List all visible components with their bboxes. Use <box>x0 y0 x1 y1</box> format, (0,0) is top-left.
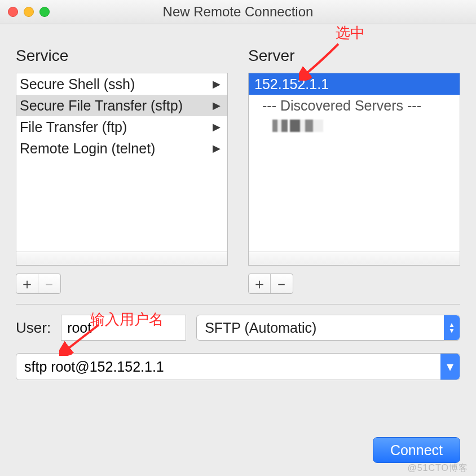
server-item-discovered[interactable] <box>249 116 460 138</box>
separator <box>16 304 460 305</box>
discovered-servers-header: --- Discovered Servers --- <box>249 95 460 116</box>
service-label: Secure Shell (ssh) <box>20 74 135 94</box>
annotation-select: 选中 <box>336 23 365 43</box>
remove-server-button[interactable]: － <box>270 274 292 293</box>
chevron-right-icon: ▶ <box>213 96 221 115</box>
protocol-select[interactable]: SFTP (Automatic) ▲▼ <box>196 315 460 341</box>
server-list[interactable]: 152.152.1.1 --- Discovered Servers --- <box>249 73 460 252</box>
window-title: New Remote Connection <box>0 4 476 20</box>
titlebar: New Remote Connection <box>0 0 476 24</box>
chevron-right-icon: ▶ <box>213 74 221 94</box>
user-label: User: <box>16 319 51 337</box>
chevron-down-icon[interactable]: ▾ <box>440 354 460 380</box>
add-service-button[interactable]: ＋ <box>16 274 38 293</box>
service-label: Remote Login (telnet) <box>20 139 155 158</box>
window: New Remote Connection Service Secure She… <box>0 0 476 476</box>
updown-icon: ▲▼ <box>444 315 460 340</box>
watermark: @51CTO博客 <box>407 462 468 474</box>
server-list-frame: 152.152.1.1 --- Discovered Servers --- <box>248 73 460 266</box>
command-input[interactable] <box>16 359 440 375</box>
service-item-telnet[interactable]: Remote Login (telnet) ▶ <box>16 138 227 159</box>
service-header: Service <box>16 47 228 65</box>
service-list-frame: Secure Shell (ssh) ▶ Secure File Transfe… <box>16 73 228 266</box>
connect-button[interactable]: Connect <box>373 437 460 463</box>
service-list[interactable]: Secure Shell (ssh) ▶ Secure File Transfe… <box>16 73 227 252</box>
remove-service-button[interactable]: － <box>38 274 60 293</box>
command-combo[interactable]: ▾ <box>16 353 460 380</box>
service-item-sftp[interactable]: Secure File Transfer (sftp) ▶ <box>16 95 227 116</box>
arrow-icon <box>59 322 104 356</box>
add-server-button[interactable]: ＋ <box>249 274 270 293</box>
chevron-right-icon: ▶ <box>213 117 221 136</box>
connect-label: Connect <box>390 442 443 459</box>
server-header: Server <box>248 47 460 65</box>
list-footer <box>249 252 460 266</box>
service-label: Secure File Transfer (sftp) <box>20 96 183 115</box>
blurred-text <box>272 120 323 132</box>
service-item-ssh[interactable]: Secure Shell (ssh) ▶ <box>16 73 227 95</box>
service-label: File Transfer (ftp) <box>20 117 127 136</box>
arrow-icon <box>299 41 344 81</box>
chevron-right-icon: ▶ <box>213 139 221 158</box>
content: Service Secure Shell (ssh) ▶ Secure File… <box>0 24 476 476</box>
server-item-selected[interactable]: 152.152.1.1 <box>249 73 460 95</box>
service-plus-minus: ＋ － <box>16 274 61 294</box>
server-plus-minus: ＋ － <box>248 274 293 294</box>
protocol-value: SFTP (Automatic) <box>205 320 316 336</box>
service-item-ftp[interactable]: File Transfer (ftp) ▶ <box>16 116 227 138</box>
list-footer <box>16 252 227 266</box>
